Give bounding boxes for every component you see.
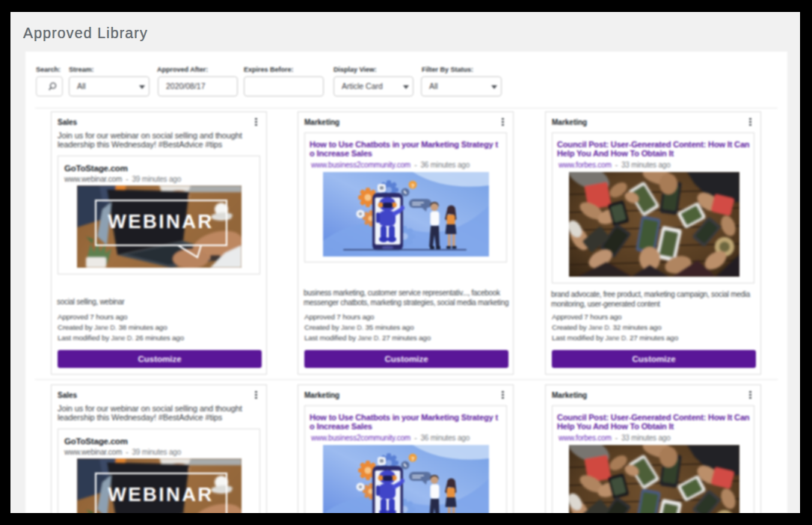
svg-text:WEBINAR: WEBINAR	[108, 482, 214, 505]
svg-text:WEBINAR: WEBINAR	[108, 209, 214, 232]
svg-text:?: ?	[411, 182, 415, 188]
svg-text:?: ?	[411, 455, 415, 461]
